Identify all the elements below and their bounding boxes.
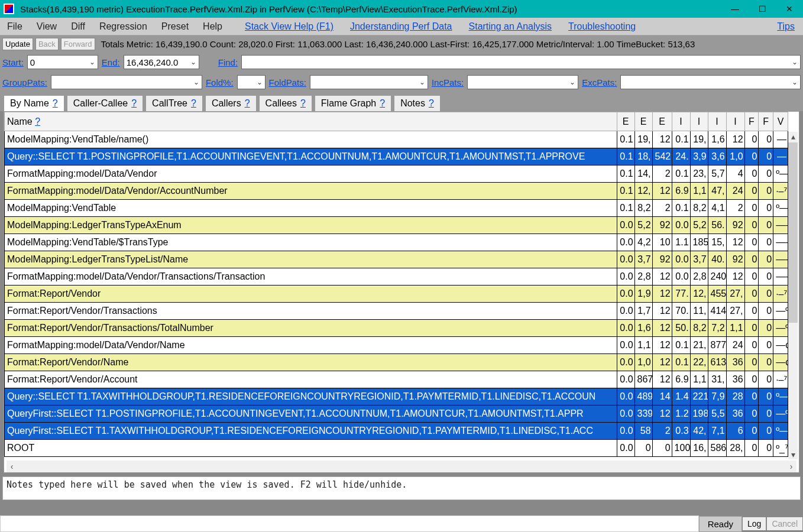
start-label[interactable]: Start: [2,57,24,67]
value-cell[interactable]: 42, [690,423,708,440]
value-cell[interactable]: 16, [690,440,708,457]
value-cell[interactable]: 0 [744,217,759,234]
value-cell[interactable]: 0.1 [617,131,634,148]
value-cell[interactable]: —— [773,217,788,234]
value-cell[interactable]: º— [773,200,788,217]
value-cell[interactable]: 1,0 [634,354,652,371]
help-icon[interactable]: ? [245,98,250,109]
cancel-button[interactable]: Cancel [766,517,803,531]
value-cell[interactable]: 27, [726,303,744,320]
value-cell[interactable]: 70. [672,303,690,320]
table-row[interactable]: Query::SELECT T1.TAXWITHHOLDGROUP,T1.RES… [5,388,788,406]
table-row[interactable]: ModelMapping:LedgerTransTypeAxEnum0.05,2… [5,217,788,234]
value-cell[interactable]: 0 [759,148,773,166]
table-row[interactable]: ROOT0.00010016,58628,00º_⁷ [5,440,788,457]
value-cell[interactable]: 5,7 [708,166,726,183]
menu-view[interactable]: View [30,19,64,34]
start-input[interactable]: 0⌄ [27,55,98,69]
value-cell[interactable]: 21, [690,337,708,354]
link-tips[interactable]: Tips [769,19,803,34]
value-cell[interactable]: 0 [744,200,759,217]
tab-calltree[interactable]: CallTree ? [145,95,203,111]
value-cell[interactable]: 1.1 [672,234,690,251]
value-cell[interactable]: 0 [759,320,773,337]
value-cell[interactable]: —— [773,251,788,268]
name-cell[interactable]: Format:Report/Vendor/Transactions [5,303,617,320]
forward-button[interactable]: Forward [61,38,95,50]
menu-regression[interactable]: Regression [92,19,154,34]
value-cell[interactable]: 0 [744,234,759,251]
value-cell[interactable]: 0 [744,286,759,303]
column-header[interactable]: I [672,112,690,131]
chevron-down-icon[interactable]: ⌄ [792,78,798,86]
menu-file[interactable]: File [0,19,30,34]
value-cell[interactable]: 50. [672,320,690,337]
name-cell[interactable]: FormatMapping:model/Data/Vendor/AccountN… [5,183,617,200]
value-cell[interactable]: ·–⁷ [773,286,788,303]
value-cell[interactable]: 1,9 [634,286,652,303]
value-cell[interactable]: 24 [726,183,744,200]
value-cell[interactable]: 542 [652,148,672,166]
value-cell[interactable]: 11, [690,303,708,320]
value-cell[interactable]: 12, [690,286,708,303]
value-cell[interactable]: 4,2 [634,234,652,251]
value-cell[interactable]: 0 [744,148,759,166]
value-cell[interactable]: 8,2 [690,320,708,337]
end-input[interactable]: 16,436,240.0⌄ [124,55,199,69]
table-row[interactable]: ModelMapping:VendTable0.18,220.18,24,120… [5,200,788,217]
value-cell[interactable]: 1,7 [634,303,652,320]
value-cell[interactable]: 221 [690,388,708,406]
value-cell[interactable]: º— [773,166,788,183]
chevron-down-icon[interactable]: ⌄ [792,58,798,66]
value-cell[interactable]: 31, [708,371,726,388]
value-cell[interactable]: 5,2 [634,217,652,234]
value-cell[interactable]: 28 [726,388,744,406]
chevron-down-icon[interactable]: ⌄ [419,78,425,86]
value-cell[interactable]: 0 [744,303,759,320]
value-cell[interactable]: 15, [708,234,726,251]
foldpct-label[interactable]: Fold%: [206,77,234,87]
value-cell[interactable]: 0 [759,423,773,440]
name-cell[interactable]: ModelMapping:VendTable/name() [5,131,617,148]
tab-callees[interactable]: Callees ? [259,95,312,111]
value-cell[interactable]: 0 [759,371,773,388]
value-cell[interactable]: 339 [634,406,652,423]
value-cell[interactable]: 1,1 [690,371,708,388]
value-cell[interactable]: 18, [634,148,652,166]
value-cell[interactable]: 0.0 [672,217,690,234]
column-header[interactable]: F [759,112,773,131]
value-cell[interactable]: 0 [759,406,773,423]
link-starting-analysis[interactable]: Starting an Analysis [461,19,561,34]
value-cell[interactable]: 24 [726,337,744,354]
name-cell[interactable]: ModelMapping:VendTable/$TransType [5,234,617,251]
value-cell[interactable]: 0 [759,286,773,303]
table-row[interactable]: ModelMapping:VendTable/name()0.119,120.1… [5,131,788,148]
value-cell[interactable]: ·–⁷ [773,371,788,388]
name-cell[interactable]: FormatMapping:model/Data/Vendor [5,166,617,183]
value-cell[interactable]: 240 [708,268,726,286]
value-cell[interactable]: 19, [634,131,652,148]
value-cell[interactable]: 2,8 [690,268,708,286]
value-cell[interactable]: 1,0 [726,148,744,166]
value-cell[interactable]: º— [773,388,788,406]
value-cell[interactable]: 1,1 [690,183,708,200]
value-cell[interactable]: 6.9 [672,183,690,200]
value-cell[interactable]: 8,2 [690,200,708,217]
value-cell[interactable]: 5,5 [708,406,726,423]
name-cell[interactable]: Format:Report/Vendor/Transactions/TotalN… [5,320,617,337]
value-cell[interactable]: 1,6 [634,320,652,337]
value-cell[interactable]: 0 [759,183,773,200]
value-cell[interactable]: 0 [759,388,773,406]
value-cell[interactable]: 8,2 [634,200,652,217]
value-cell[interactable]: 0.0 [617,251,634,268]
table-row[interactable]: FormatMapping:model/Data/Vendor0.114,20.… [5,166,788,183]
find-label[interactable]: Find: [218,57,238,67]
grouppats-input[interactable]: ⌄ [51,75,202,89]
menu-diff[interactable]: Diff [64,19,92,34]
value-cell[interactable]: 7,9 [708,388,726,406]
value-cell[interactable]: 6 [726,423,744,440]
value-cell[interactable]: 0 [652,440,672,457]
table-row[interactable]: Format:Report/Vendor/Name0.01,0120.122,6… [5,354,788,371]
value-cell[interactable]: 0.1 [672,131,690,148]
value-cell[interactable]: ·–⁷ [773,183,788,200]
